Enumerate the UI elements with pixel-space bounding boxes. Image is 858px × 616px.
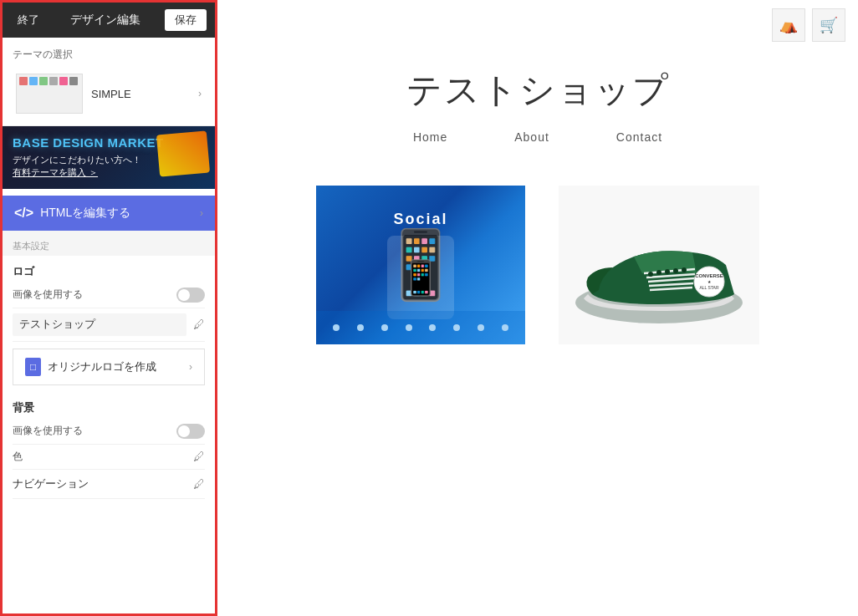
right-panel: ⛺ 🛒 テストショップ Home About Contact Social 📱	[217, 0, 858, 616]
product-image-social[interactable]: Social 📱	[316, 186, 525, 344]
background-image-row: 画像を使用する	[13, 419, 205, 445]
theme-simple-item[interactable]: SIMPLE ›	[13, 69, 205, 119]
save-button[interactable]: 保存	[165, 9, 207, 31]
code-icon: </>	[14, 206, 33, 221]
logo-settings: ロゴ 画像を使用する 🖊	[3, 256, 215, 342]
svg-point-15	[682, 267, 687, 272]
svg-point-11	[648, 272, 653, 277]
background-settings: 背景 画像を使用する 色 🖊	[3, 392, 215, 470]
svg-point-13	[665, 269, 670, 274]
svg-text:ALL STAR: ALL STAR	[699, 285, 718, 290]
thumb-dot-2	[29, 77, 38, 85]
key-1	[333, 324, 340, 331]
background-color-label: 色	[13, 450, 23, 464]
background-image-toggle[interactable]	[176, 424, 205, 439]
keyboard-area	[316, 311, 525, 344]
key-4	[406, 324, 412, 331]
chevron-right-icon: ›	[198, 88, 202, 99]
preview-content: テストショップ Home About Contact Social 📱	[217, 0, 858, 378]
tent-icon-button[interactable]: ⛺	[772, 8, 805, 42]
original-logo-label: オリジナルロゴを作成	[48, 359, 156, 374]
logo-image-toggle[interactable]	[176, 288, 205, 303]
logo-image-label: 画像を使用する	[13, 288, 83, 302]
key-7	[478, 324, 484, 331]
theme-section-label: テーマの選択	[13, 48, 205, 62]
basic-settings-section: 基本設定	[3, 231, 215, 256]
cart-icon: 🛒	[820, 16, 838, 34]
svg-text:CONVERSE: CONVERSE	[695, 273, 723, 278]
navigation-eyedropper-icon[interactable]: 🖊	[193, 477, 205, 491]
background-color-eyedropper-icon[interactable]: 🖊	[193, 450, 205, 463]
end-button[interactable]: 終了	[11, 9, 46, 31]
left-panel: 終了 デザイン編集 保存 テーマの選択 SIMPLE › BASE DESIGN…	[0, 0, 217, 616]
theme-section: テーマの選択 SIMPLE ›	[3, 38, 215, 126]
key-2	[357, 324, 364, 331]
logo-button-left: □ オリジナルロゴを作成	[25, 358, 156, 376]
thumb-dot-5	[59, 77, 68, 85]
navigation-row: ナビゲーション 🖊	[13, 470, 205, 499]
panel-header: 終了 デザイン編集 保存	[3, 3, 215, 38]
thumb-dot-6	[69, 77, 78, 85]
navigation-section: ナビゲーション 🖊	[3, 470, 215, 506]
key-5	[429, 324, 436, 331]
key-6	[453, 324, 460, 331]
html-edit-chevron-icon: ›	[200, 207, 203, 219]
cart-icon-button[interactable]: 🛒	[812, 8, 845, 42]
html-edit-label: HTMLを編集する	[40, 206, 130, 221]
background-group-title: 背景	[13, 392, 205, 419]
base-design-market-banner[interactable]: BASE DESIGN MARKET デザインにこだわりたい方へ！ 有料テーマを…	[3, 126, 215, 189]
products-grid: Social 📱	[283, 177, 793, 378]
thumb-dot-1	[19, 77, 28, 85]
phone-icon: 📱	[387, 236, 454, 319]
logo-text-input[interactable]	[13, 313, 186, 336]
nav-home[interactable]: Home	[413, 130, 447, 144]
thumb-dot-3	[39, 77, 48, 85]
logo-eyedropper-icon[interactable]: 🖊	[193, 318, 205, 331]
preview-topbar: ⛺ 🛒	[759, 0, 858, 50]
shoe-svg: CONVERSE ★ ALL STAR	[567, 194, 751, 336]
basic-settings-label: 基本設定	[13, 241, 49, 251]
html-edit-button[interactable]: </> HTMLを編集する ›	[3, 196, 215, 231]
nav-about[interactable]: About	[514, 130, 549, 144]
product-image-shoe[interactable]: CONVERSE ★ ALL STAR	[559, 186, 759, 344]
tent-icon: ⛺	[779, 16, 798, 34]
key-8	[502, 324, 508, 331]
navigation-label: ナビゲーション	[13, 476, 89, 491]
html-edit-left: </> HTMLを編集する	[14, 206, 130, 221]
original-logo-area: □ オリジナルロゴを作成 ›	[3, 342, 215, 392]
shop-title: テストショップ	[406, 50, 670, 114]
svg-point-14	[673, 268, 678, 273]
key-3	[381, 324, 388, 331]
logo-image-row: 画像を使用する	[13, 283, 205, 308]
background-color-row: 色 🖊	[13, 445, 205, 470]
theme-name: SIMPLE	[83, 88, 198, 100]
svg-point-12	[656, 270, 661, 275]
banner-decoration	[156, 130, 210, 176]
original-logo-chevron-icon: ›	[189, 361, 192, 373]
original-logo-button[interactable]: □ オリジナルロゴを作成 ›	[13, 349, 205, 385]
logo-group-title: ロゴ	[13, 256, 205, 283]
theme-thumbnail	[16, 74, 83, 114]
nav-contact[interactable]: Contact	[616, 130, 662, 144]
background-image-label: 画像を使用する	[13, 424, 83, 438]
logo-text-row: 🖊	[13, 308, 205, 342]
nav-menu: Home About Contact	[413, 130, 662, 144]
thumb-dot-4	[49, 77, 58, 85]
logo-create-icon: □	[25, 358, 41, 376]
panel-title: デザイン編集	[70, 13, 140, 28]
